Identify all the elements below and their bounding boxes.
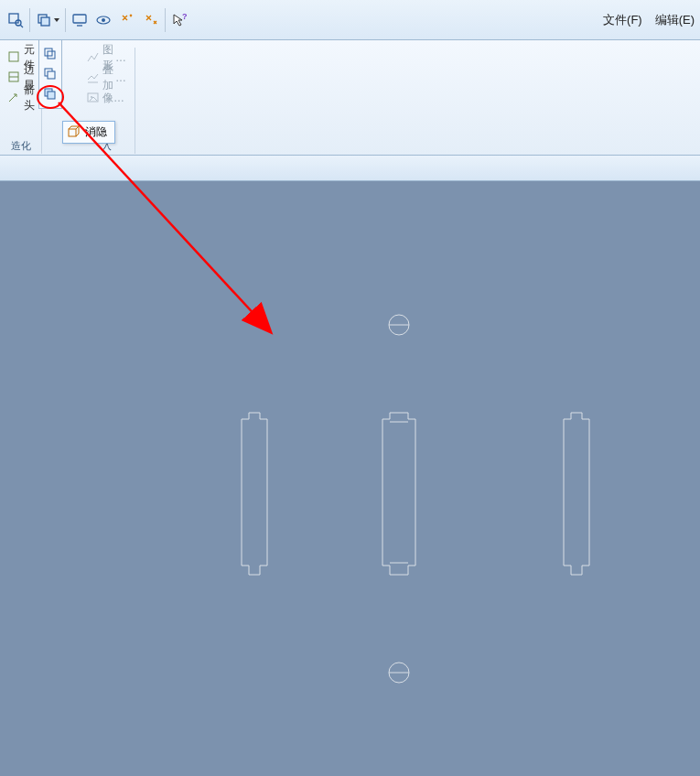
svg-text:?: ?: [182, 12, 188, 21]
viewport-drawing: [0, 181, 700, 776]
monitor-button[interactable]: [68, 8, 92, 32]
cad-viewport[interactable]: [0, 181, 700, 776]
wireframe-option[interactable]: [40, 44, 60, 64]
svg-rect-11: [48, 51, 55, 59]
menu-edit[interactable]: 编辑(E): [655, 12, 695, 28]
no-hidden-option[interactable]: [40, 84, 60, 104]
menu-bar-right: 文件(F) 编辑(E): [603, 0, 695, 40]
sub-toolbar: [0, 156, 700, 181]
overlay-label: 叠加: [102, 62, 115, 93]
hidden-line-option[interactable]: [40, 64, 60, 84]
image-label: 像: [102, 91, 113, 106]
ribbon-group-model: 元件 边显 箭头 造化: [0, 48, 42, 154]
svg-rect-5: [73, 15, 86, 23]
svg-rect-13: [48, 71, 55, 79]
cube-icon: [67, 125, 81, 140]
hidden-removal-tooltip: 消隐: [62, 121, 115, 144]
menu-file[interactable]: 文件(F): [603, 12, 642, 28]
svg-rect-15: [48, 92, 55, 99]
group-label-model: 造化: [0, 139, 41, 153]
image-item[interactable]: 像…: [84, 88, 129, 108]
svg-rect-0: [9, 14, 18, 23]
toolbar-separator: [29, 8, 30, 32]
svg-point-8: [102, 18, 105, 22]
help-cursor-button[interactable]: ?: [167, 8, 191, 32]
tooltip-label: 消隐: [85, 124, 107, 140]
arrow-item[interactable]: 箭头: [5, 88, 36, 108]
eye-view-button[interactable]: [92, 8, 115, 32]
toolbar-separator: [165, 8, 166, 32]
svg-line-2: [20, 25, 23, 27]
arrow-label: 箭头: [24, 82, 35, 113]
top-toolbar: ? 文件(F) 编辑(E): [0, 0, 700, 40]
zoom-window-button[interactable]: [4, 8, 27, 32]
overlay-item[interactable]: 叠加…: [84, 68, 129, 88]
svg-rect-4: [41, 17, 49, 26]
svg-rect-16: [69, 129, 76, 136]
caret-down-icon: [54, 18, 59, 22]
spark-tool-1-button[interactable]: [115, 8, 139, 32]
display-style-dropdown[interactable]: [32, 8, 63, 32]
svg-rect-17: [9, 52, 18, 61]
display-style-dropdown-panel: [38, 40, 62, 109]
spark-tool-2-button[interactable]: [139, 8, 163, 32]
toolbar-separator: [65, 8, 66, 32]
svg-rect-10: [45, 48, 52, 56]
